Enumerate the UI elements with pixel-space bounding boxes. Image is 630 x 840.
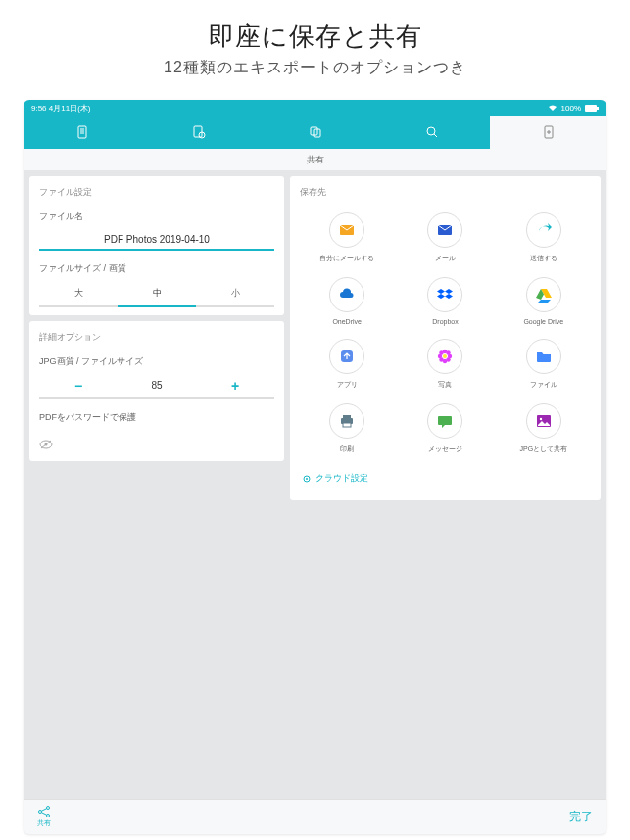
- battery-icon: [585, 105, 599, 112]
- dest-item-8[interactable]: ファイル: [497, 339, 591, 390]
- eye-off-icon: [39, 440, 53, 449]
- status-date: 4月11日(木): [49, 104, 91, 113]
- svg-line-11: [434, 134, 437, 137]
- share-icon: [37, 806, 51, 817]
- svg-point-29: [447, 357, 451, 361]
- dest-label: OneDrive: [332, 318, 362, 325]
- cloud-icon: [329, 277, 364, 312]
- svg-line-40: [41, 809, 46, 812]
- dest-label: メッセージ: [428, 444, 462, 454]
- status-bar: 9:56 4月11日(木) 100%: [24, 100, 606, 116]
- tab-search[interactable]: [373, 116, 490, 149]
- size-option-small[interactable]: 小: [196, 281, 274, 307]
- tab-bar: [24, 116, 606, 149]
- bubble-icon: [427, 403, 462, 439]
- dropbox-icon: [427, 277, 462, 312]
- file-settings-title: ファイル設定: [29, 176, 284, 207]
- dest-item-2[interactable]: 送信する: [497, 212, 591, 263]
- svg-rect-2: [78, 126, 86, 138]
- filename-input[interactable]: [39, 230, 274, 251]
- dest-label: 自分にメールする: [319, 254, 374, 263]
- dest-label: メール: [435, 254, 456, 263]
- svg-rect-32: [343, 423, 351, 427]
- svg-line-41: [41, 813, 46, 816]
- wifi-icon: [548, 104, 557, 112]
- destinations-panel: 保存先 自分にメールするメール送信するOneDriveDropboxGoogle…: [290, 176, 601, 500]
- dest-label: JPGとして共有: [520, 444, 568, 454]
- svg-point-34: [540, 418, 542, 420]
- folder-icon: [526, 339, 561, 374]
- svg-rect-31: [343, 415, 351, 418]
- subheader: 共有: [24, 149, 606, 170]
- dest-item-0[interactable]: 自分にメールする: [300, 212, 394, 263]
- page-gear-icon: [192, 125, 206, 139]
- promo-title: 即座に保存と共有: [0, 20, 630, 54]
- password-toggle[interactable]: [29, 430, 284, 453]
- dest-item-10[interactable]: メッセージ: [398, 403, 492, 454]
- dest-item-1[interactable]: メール: [398, 212, 492, 263]
- dest-item-5[interactable]: Google Drive: [497, 277, 591, 325]
- size-option-large[interactable]: 大: [39, 281, 118, 307]
- stepper-value: 85: [118, 374, 196, 399]
- battery-pct: 100%: [561, 104, 581, 113]
- svg-rect-1: [597, 107, 599, 110]
- svg-rect-0: [585, 105, 597, 112]
- svg-point-21: [443, 354, 447, 358]
- gdrive-icon: [526, 277, 561, 312]
- svg-point-26: [440, 350, 444, 354]
- printer-icon: [329, 403, 364, 439]
- bottom-share-button[interactable]: 共有: [37, 806, 51, 828]
- jpg-stepper: − 85 +: [29, 374, 284, 399]
- svg-point-27: [447, 350, 451, 354]
- tab-pages[interactable]: [24, 116, 140, 149]
- image-icon: [526, 403, 561, 439]
- dest-label: 印刷: [340, 444, 354, 454]
- filesize-label: ファイルサイズ / 画質: [29, 258, 284, 281]
- tab-copy[interactable]: [257, 116, 373, 149]
- cloud-settings-link[interactable]: クラウド設定: [290, 464, 601, 492]
- search-icon: [425, 125, 439, 139]
- svg-point-39: [47, 815, 50, 817]
- app-icon: [329, 339, 364, 374]
- svg-point-28: [440, 357, 444, 361]
- dest-item-11[interactable]: JPGとして共有: [497, 403, 591, 454]
- dest-item-6[interactable]: アプリ: [300, 339, 394, 390]
- share-arrow-icon: [526, 212, 561, 248]
- promo-subtitle: 12種類のエキスポートのオプションつき: [0, 58, 630, 78]
- destinations-title: 保存先: [290, 176, 601, 207]
- advanced-title: 詳細オプション: [29, 321, 284, 351]
- flower-icon: [427, 339, 462, 374]
- stepper-minus[interactable]: −: [39, 374, 118, 399]
- filename-label: ファイル名: [29, 207, 284, 229]
- status-time: 9:56: [31, 104, 47, 113]
- tab-settings[interactable]: [140, 116, 257, 149]
- svg-point-38: [47, 807, 50, 810]
- file-settings-panel: ファイル設定 ファイル名 ファイルサイズ / 画質 大 中 小: [29, 176, 284, 315]
- dest-item-3[interactable]: OneDrive: [300, 277, 394, 325]
- export-plus-icon: [542, 125, 556, 139]
- size-segmented: 大 中 小: [29, 281, 284, 307]
- page-icon: [75, 125, 89, 139]
- svg-point-36: [306, 478, 308, 480]
- dest-item-7[interactable]: 写真: [398, 339, 492, 390]
- size-option-medium[interactable]: 中: [118, 281, 196, 307]
- cloud-settings-label: クラウド設定: [315, 472, 368, 485]
- svg-point-10: [427, 127, 435, 135]
- dest-label: Google Drive: [523, 318, 563, 325]
- pdf-password-label: PDFをパスワードで保護: [29, 407, 284, 430]
- svg-rect-6: [194, 126, 202, 137]
- bottom-share-label: 共有: [37, 818, 51, 828]
- tablet-frame: 9:56 4月11日(木) 100% 共有 ファイル設定: [24, 100, 606, 834]
- dest-item-4[interactable]: Dropbox: [398, 277, 492, 325]
- dest-item-9[interactable]: 印刷: [300, 403, 394, 454]
- envelope-icon: [329, 212, 364, 248]
- copy-icon: [309, 125, 322, 139]
- tab-export[interactable]: [490, 116, 606, 149]
- dest-label: Dropbox: [432, 318, 458, 325]
- bottom-bar: 共有 完了: [24, 799, 606, 834]
- stepper-plus[interactable]: +: [196, 374, 274, 399]
- gear-icon: [302, 474, 312, 484]
- jpg-quality-label: JPG画質 / ファイルサイズ: [29, 351, 284, 374]
- done-button[interactable]: 完了: [569, 809, 593, 825]
- svg-point-37: [39, 811, 42, 814]
